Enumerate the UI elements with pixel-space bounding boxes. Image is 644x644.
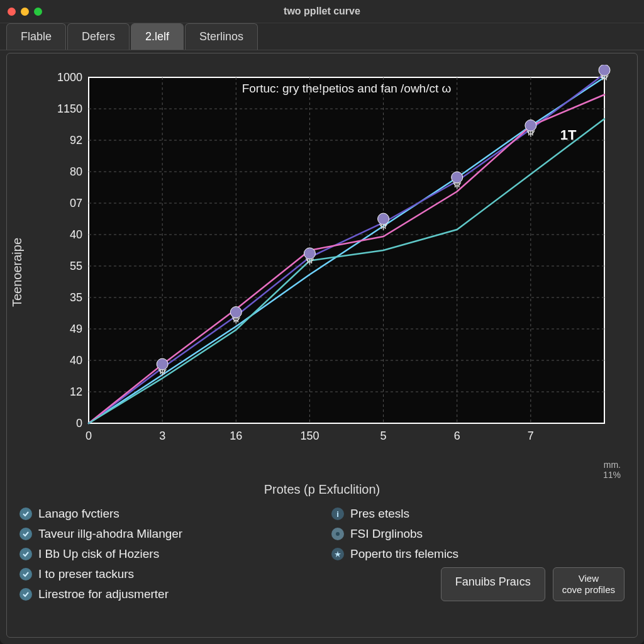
option-left-4[interactable]: Lirestroe for adjusmerter xyxy=(19,587,313,601)
option-right-2[interactable]: Poperto tirs felemics xyxy=(331,547,625,561)
tab-2lelf[interactable]: 2.lelf xyxy=(131,23,184,50)
corner-note-line2: 11% xyxy=(603,470,621,480)
svg-text:5: 5 xyxy=(380,430,387,442)
svg-text:0: 0 xyxy=(86,430,92,442)
option-label: Taveur illg-ahodra Milanger xyxy=(38,527,182,541)
svg-point-43 xyxy=(599,65,610,76)
y-axis-label: Teenoeraipe xyxy=(10,238,25,307)
svg-text:92: 92 xyxy=(70,134,82,147)
zoom-icon[interactable] xyxy=(34,8,42,16)
option-left-1[interactable]: Taveur illg-ahodra Milanger xyxy=(19,527,313,541)
content-pane: Teenoeraipe 0124049355540078092115010000… xyxy=(6,53,638,638)
option-label: Pres etesls xyxy=(350,507,409,521)
titlebar: two ppllet curve xyxy=(0,0,644,23)
svg-point-38 xyxy=(230,307,242,318)
tab-sterlinos[interactable]: Sterlinos xyxy=(185,23,258,50)
svg-text:12: 12 xyxy=(70,386,82,398)
option-label: I to preser tackurs xyxy=(38,567,134,581)
chart-area: Teenoeraipe 0124049355540078092115010000… xyxy=(19,65,625,480)
button-row: Fanuibs PraıcsViewcove profiles xyxy=(331,567,625,601)
option-label: Poperto tirs felemics xyxy=(350,547,458,561)
tab-flable[interactable]: Flable xyxy=(6,23,66,50)
svg-text:35: 35 xyxy=(70,291,82,304)
svg-point-42 xyxy=(525,120,536,131)
svg-text:80: 80 xyxy=(70,165,82,178)
svg-point-41 xyxy=(452,172,463,183)
svg-text:1150: 1150 xyxy=(57,103,82,115)
option-label: I Bb Up cisk of Hoziers xyxy=(38,547,159,561)
svg-text:49: 49 xyxy=(70,323,82,335)
svg-text:150: 150 xyxy=(300,430,319,442)
checkbox-icon[interactable] xyxy=(19,568,32,580)
svg-text:1T: 1T xyxy=(560,127,577,143)
checkbox-icon[interactable] xyxy=(19,548,32,560)
option-label: Lirestroe for adjusmerter xyxy=(38,587,169,601)
svg-point-40 xyxy=(378,213,389,225)
chart-svg: 0124049355540078092115010000316150567For… xyxy=(38,65,630,455)
secondary-button[interactable]: Viewcove profiles xyxy=(553,567,625,601)
checkbox-icon[interactable] xyxy=(331,548,344,560)
option-label: FSI Drglinobs xyxy=(350,527,423,541)
corner-note: mm. 11% xyxy=(603,460,621,480)
options-column-right: iPres eteslsFSI DrglinobsPoperto tirs fe… xyxy=(331,507,625,601)
close-icon[interactable] xyxy=(8,8,16,16)
checkbox-icon[interactable]: i xyxy=(331,508,344,520)
checkbox-icon[interactable] xyxy=(19,528,32,540)
svg-text:Fortuc: gry the!petios and fan: Fortuc: gry the!petios and fan /owh/ct ω xyxy=(242,82,452,95)
svg-text:6: 6 xyxy=(454,430,460,442)
corner-note-line1: mm. xyxy=(604,460,621,470)
checkbox-icon[interactable] xyxy=(331,528,344,540)
svg-text:40: 40 xyxy=(70,228,82,241)
x-axis-label: Protes (p Exfuclition) xyxy=(19,482,625,497)
option-left-3[interactable]: I to preser tackurs xyxy=(19,567,313,581)
app-window: two ppllet curve Flable Defers 2.lelf St… xyxy=(0,0,644,644)
svg-point-39 xyxy=(304,248,315,259)
checkbox-icon[interactable] xyxy=(19,508,32,520)
option-right-0[interactable]: iPres etesls xyxy=(331,507,625,521)
svg-point-45 xyxy=(336,532,340,536)
tab-bar: Flable Defers 2.lelf Sterlinos xyxy=(0,23,644,50)
tab-defers[interactable]: Defers xyxy=(67,23,130,50)
window-title: two ppllet curve xyxy=(0,6,644,17)
svg-text:1000: 1000 xyxy=(57,71,82,84)
svg-text:3: 3 xyxy=(159,430,165,442)
svg-text:7: 7 xyxy=(528,430,534,442)
minimize-icon[interactable] xyxy=(21,8,29,16)
svg-text:16: 16 xyxy=(230,430,242,442)
svg-point-37 xyxy=(157,358,168,370)
svg-text:07: 07 xyxy=(70,197,82,209)
svg-text:0: 0 xyxy=(76,417,82,430)
options-row: Lanago fvctiersTaveur illg-ahodra Milang… xyxy=(19,507,625,601)
window-controls xyxy=(8,8,42,16)
option-left-2[interactable]: I Bb Up cisk of Hoziers xyxy=(19,547,313,561)
svg-text:55: 55 xyxy=(70,260,82,272)
options-column-left: Lanago fvctiersTaveur illg-ahodra Milang… xyxy=(19,507,313,601)
option-label: Lanago fvctiers xyxy=(38,507,119,521)
checkbox-icon[interactable] xyxy=(19,588,32,601)
svg-text:40: 40 xyxy=(70,354,82,367)
primary-button[interactable]: Fanuibs Praıcs xyxy=(441,567,545,601)
option-left-0[interactable]: Lanago fvctiers xyxy=(19,507,313,521)
option-right-1[interactable]: FSI Drglinobs xyxy=(331,527,625,541)
